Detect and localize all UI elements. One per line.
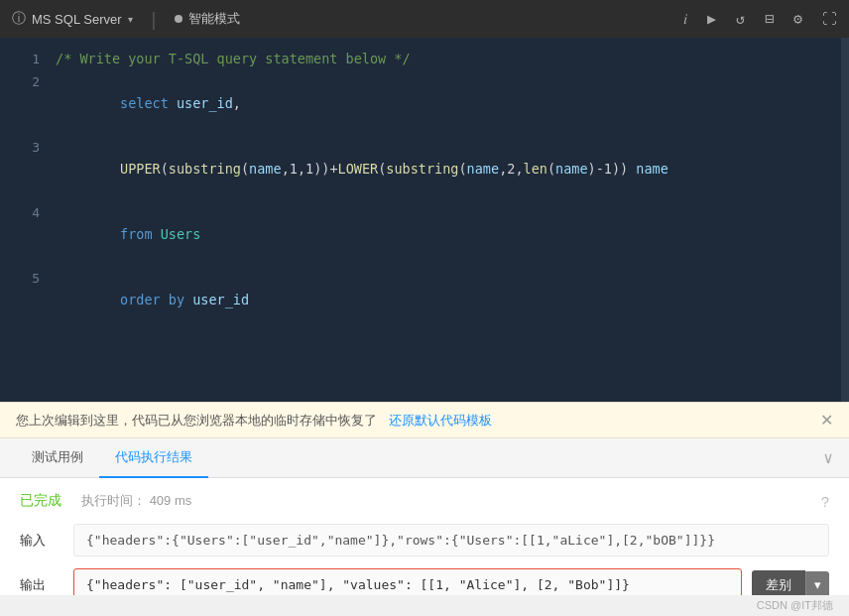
tab-execution-results[interactable]: 代码执行结果 <box>99 438 208 478</box>
help-icon[interactable]: ? <box>821 493 829 510</box>
code-line-5: 5 order by user_id <box>0 267 849 332</box>
line-number-1: 1 <box>16 49 40 70</box>
output-row: 输出 {"headers": ["user_id", "name"], "val… <box>20 568 829 595</box>
code-content-4: from Users <box>56 201 200 267</box>
tab-test-cases[interactable]: 测试用例 <box>16 438 99 478</box>
chevron-down-icon: ▾ <box>128 14 133 25</box>
run-icon[interactable]: ▶ <box>707 10 716 28</box>
diff-button-group: 差别 ▾ <box>752 570 829 596</box>
fullscreen-icon[interactable]: ⛶ <box>822 10 837 28</box>
input-row: 输入 {"headers":{"Users":["user_id","name"… <box>20 524 829 556</box>
line-number-4: 4 <box>16 202 40 224</box>
toolbar-divider: | <box>149 9 160 30</box>
diff-dropdown-button[interactable]: ▾ <box>805 571 829 595</box>
db-selector[interactable]: ⓘ MS SQL Server ▾ <box>12 10 133 28</box>
db-label: MS SQL Server <box>32 12 122 27</box>
restore-template-link[interactable]: 还原默认代码模板 <box>389 413 492 428</box>
code-content-5: order by user_id <box>56 267 249 332</box>
line-number-2: 2 <box>16 71 40 93</box>
tabs-bar: 测试用例 代码执行结果 ∨ <box>0 438 849 478</box>
terminal-icon[interactable]: ⊟ <box>765 10 774 28</box>
tabs-list: 测试用例 代码执行结果 <box>16 438 208 478</box>
code-content-3: UPPER(substring(name,1,1))+LOWER(substri… <box>56 136 668 201</box>
footer: CSDN @IT邦德 <box>0 595 849 616</box>
code-line-3: 3 UPPER(substring(name,1,1))+LOWER(subst… <box>0 136 849 201</box>
input-value: {"headers":{"Users":["user_id","name"]},… <box>73 524 829 556</box>
notification-bar: 您上次编辑到这里，代码已从您浏览器本地的临时存储中恢复了 还原默认代码模板 ✕ <box>0 402 849 438</box>
output-label: 输出 <box>20 576 73 594</box>
mode-selector[interactable]: 智能模式 <box>175 10 240 28</box>
mode-label: 智能模式 <box>188 10 240 28</box>
line-number-5: 5 <box>16 268 40 290</box>
output-value: {"headers": ["user_id", "name"], "values… <box>73 568 742 595</box>
exec-time: 执行时间： 409 ms <box>81 492 191 510</box>
info-icon[interactable]: 𝑖 <box>683 10 687 28</box>
notification-text: 您上次编辑到这里，代码已从您浏览器本地的临时存储中恢复了 还原默认代码模板 <box>16 412 492 430</box>
code-line-2: 2 select user_id, <box>0 70 849 136</box>
footer-text: CSDN @IT邦德 <box>757 599 833 611</box>
code-line-1: 1 /* Write your T-SQL query statement be… <box>0 48 849 70</box>
mode-dot <box>175 15 182 23</box>
code-content-1: /* Write your T-SQL query statement belo… <box>56 48 411 69</box>
input-label: 输入 <box>20 532 73 550</box>
toolbar-actions: 𝑖 ▶ ↺ ⊟ ⚙ ⛶ <box>683 10 837 28</box>
tabs-collapse-icon[interactable]: ∨ <box>823 448 833 467</box>
toolbar: ⓘ MS SQL Server ▾ | 智能模式 𝑖 ▶ ↺ ⊟ ⚙ ⛶ <box>0 0 849 38</box>
settings-icon[interactable]: ⚙ <box>793 10 802 28</box>
result-status-row: 已完成 执行时间： 409 ms ? <box>20 492 829 510</box>
results-panel: 已完成 执行时间： 409 ms ? 输入 {"headers":{"Users… <box>0 478 849 595</box>
code-editor[interactable]: 1 /* Write your T-SQL query statement be… <box>0 38 849 402</box>
notification-close-icon[interactable]: ✕ <box>820 411 833 430</box>
code-scrollbar[interactable] <box>841 38 849 402</box>
code-content-2: select user_id, <box>56 70 241 136</box>
db-icon: ⓘ <box>12 10 26 28</box>
status-badge: 已完成 <box>20 492 61 510</box>
refresh-icon[interactable]: ↺ <box>736 10 745 28</box>
code-line-4: 4 from Users <box>0 201 849 267</box>
diff-button[interactable]: 差别 <box>752 570 805 596</box>
code-editor-wrapper: 1 /* Write your T-SQL query statement be… <box>0 38 849 402</box>
line-number-3: 3 <box>16 137 40 159</box>
